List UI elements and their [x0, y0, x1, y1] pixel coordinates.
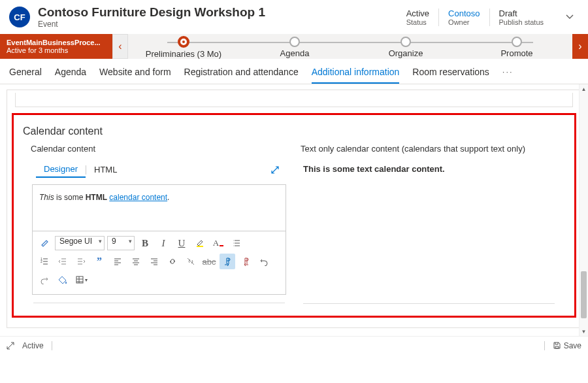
meta-publish-label: Publish status [499, 18, 544, 26]
calendar-content-label: Calendar content [31, 144, 287, 154]
tab-registration[interactable]: Registration and attendance [184, 63, 299, 84]
meta-owner-label: Owner [448, 18, 480, 26]
rich-text-editor[interactable]: This is some HTML calendar content. Sego… [32, 184, 286, 295]
bpf-stage-label: Promote [461, 48, 572, 58]
bpf-stage-label: Agenda [239, 48, 350, 58]
bpf-stage-preliminaries[interactable]: Preliminaries (3 Mo) [128, 34, 239, 59]
footer-expand-icon[interactable] [7, 342, 14, 350]
tab-general[interactable]: General [9, 63, 42, 84]
editor-text[interactable]: HTML [86, 193, 107, 202]
expand-editor-icon[interactable] [268, 163, 282, 177]
meta-publish: Draft Publish status [489, 8, 553, 26]
tab-room-reservations[interactable]: Room reservations [412, 63, 489, 84]
numbered-list-button[interactable]: 12 [37, 254, 52, 269]
tab-agenda[interactable]: Agenda [55, 63, 86, 84]
scroll-up-icon[interactable]: ▲ [580, 84, 588, 93]
align-right-button[interactable] [146, 254, 162, 269]
bpf-next-button[interactable]: › [572, 34, 588, 59]
meta-status: Active Status [397, 8, 438, 26]
vertical-scrollbar[interactable]: ▲ ▼ [579, 84, 588, 336]
clear-format-button[interactable] [37, 235, 52, 251]
bpf-process-name: EventMainBusinessProce... [7, 39, 106, 46]
indent-button[interactable] [73, 254, 89, 269]
editor-text[interactable]: This [39, 193, 54, 202]
font-family-select[interactable]: Segoe UI [55, 236, 105, 250]
scroll-thumb[interactable] [581, 271, 587, 318]
tab-website[interactable]: Website and form [99, 63, 171, 84]
undo-button[interactable] [256, 254, 272, 269]
title-block: Contoso Furniture Design Workshop 1 Even… [38, 5, 389, 29]
editor-tab-html[interactable]: HTML [86, 162, 125, 177]
bpf-stage-organize[interactable]: Organize [350, 35, 461, 58]
business-process-flow: EventMainBusinessProce... Active for 3 m… [0, 34, 588, 59]
footer-status: Active [22, 341, 44, 350]
editor-text[interactable]: is some [54, 193, 86, 202]
meta-owner-value[interactable]: Contoso [448, 8, 480, 18]
table-button[interactable]: ▾ [73, 272, 89, 288]
editor-tab-designer[interactable]: Designer [36, 161, 86, 178]
save-button[interactable]: Save [553, 341, 581, 350]
align-center-button[interactable] [128, 254, 144, 269]
text-only-value[interactable]: This is some text calendar content. [301, 159, 557, 179]
meta-owner[interactable]: Contoso Owner [438, 8, 489, 26]
bpf-stage-label: Organize [350, 48, 461, 58]
section-title: Calendar content [20, 122, 568, 144]
editor-text[interactable]: . [167, 193, 169, 202]
form-tabs: General Agenda Website and form Registra… [0, 59, 588, 84]
meta-status-label: Status [406, 18, 429, 26]
bold-button[interactable]: B [137, 235, 153, 251]
bpf-dot-icon [178, 36, 189, 48]
record-avatar: CF [9, 7, 30, 27]
field-underline [303, 303, 555, 304]
editor-canvas[interactable]: This is some HTML calendar content. [33, 185, 286, 231]
calendar-content-section: Calendar content Calendar content Design… [14, 115, 574, 316]
bpf-dot-icon [289, 37, 300, 47]
scroll-down-icon[interactable]: ▼ [580, 327, 588, 336]
save-icon [553, 341, 561, 350]
paint-bucket-button[interactable] [55, 272, 71, 288]
editor-link[interactable]: calendar content [109, 193, 167, 202]
save-label: Save [564, 341, 581, 350]
tab-overflow-button[interactable]: ··· [502, 63, 514, 84]
link-button[interactable] [165, 254, 180, 269]
bpf-stage-agenda[interactable]: Agenda [239, 35, 350, 58]
align-left-button[interactable] [110, 254, 125, 269]
svg-text:2: 2 [41, 259, 42, 263]
meta-status-value: Active [406, 8, 429, 18]
svg-rect-0 [197, 246, 203, 247]
left-column: Calendar content Designer HTML This is s… [31, 144, 287, 304]
ltr-button[interactable] [220, 254, 235, 269]
underline-button[interactable]: U [174, 235, 189, 251]
editor-tabs: Designer HTML [31, 159, 287, 180]
outdent-button[interactable] [55, 254, 71, 269]
page-subtitle: Event [38, 20, 389, 29]
highlight-color-button[interactable] [192, 235, 208, 251]
editor-toolbar: Segoe UI 9 B I U A 12 [33, 231, 286, 294]
redo-button[interactable] [37, 272, 52, 288]
header-meta: Active Status Contoso Owner Draft Publis… [397, 8, 553, 26]
chevron-down-icon[interactable] [561, 8, 579, 26]
italic-button[interactable]: I [155, 235, 171, 251]
bpf-dot-icon [400, 37, 411, 47]
page-title: Contoso Furniture Design Workshop 1 [38, 5, 389, 20]
bpf-stage-promote[interactable]: Promote [461, 35, 572, 58]
page-header: CF Contoso Furniture Design Workshop 1 E… [0, 0, 588, 34]
tab-additional-info[interactable]: Additional information [312, 63, 400, 84]
footer-separator [52, 341, 52, 350]
unlink-button[interactable] [183, 254, 199, 269]
blockquote-button[interactable]: ” [91, 254, 107, 269]
bpf-stages: Preliminaries (3 Mo) Agenda Organize Pro… [128, 34, 572, 59]
footer-separator [544, 341, 545, 350]
bullet-list-button[interactable] [229, 235, 244, 251]
rtl-button[interactable] [238, 254, 253, 269]
font-size-select[interactable]: 9 [107, 236, 135, 250]
font-color-button[interactable]: A [210, 235, 226, 251]
bpf-current-stage[interactable]: EventMainBusinessProce... Active for 3 m… [0, 34, 112, 59]
right-column: Text only calendar content (calendars th… [301, 144, 557, 304]
strikethrough-button[interactable]: abc [201, 254, 217, 269]
previous-section-stub [15, 93, 573, 107]
bpf-duration: Active for 3 months [7, 46, 106, 54]
meta-publish-value: Draft [499, 8, 544, 18]
bpf-prev-button[interactable]: ‹ [112, 34, 128, 59]
field-underline [33, 303, 285, 303]
